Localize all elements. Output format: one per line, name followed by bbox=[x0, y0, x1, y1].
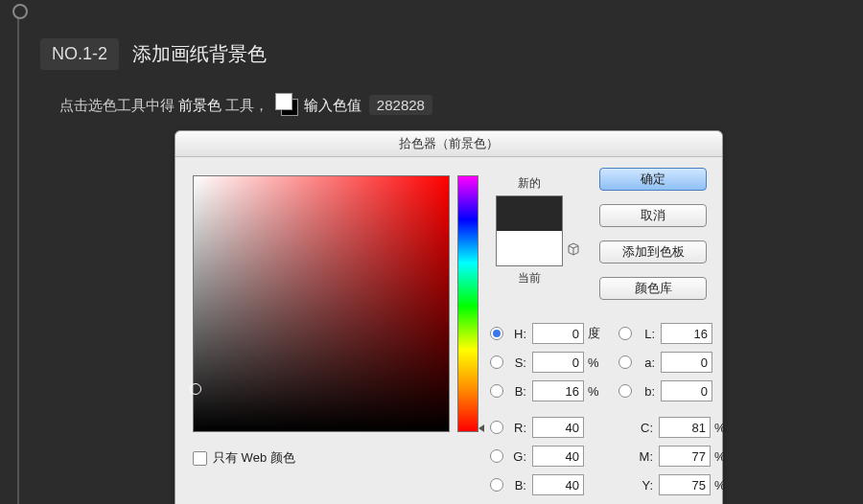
input-g[interactable] bbox=[532, 446, 584, 467]
label-c: C: bbox=[634, 421, 653, 435]
saturation-brightness-field[interactable] bbox=[193, 175, 450, 432]
input-c[interactable] bbox=[659, 417, 711, 438]
web-colors-only-checkbox[interactable]: 只有 Web 颜色 bbox=[193, 449, 295, 467]
hue-slider[interactable] bbox=[457, 175, 478, 432]
label-h: H: bbox=[507, 327, 526, 341]
radio-h[interactable] bbox=[490, 327, 503, 340]
instr-mid: 工具， bbox=[225, 97, 268, 113]
checkbox-icon bbox=[193, 451, 207, 466]
input-b-lab[interactable] bbox=[661, 380, 712, 401]
input-b-hsb[interactable] bbox=[532, 380, 584, 401]
preview-new-swatch bbox=[497, 196, 562, 231]
instruction-text: 点击选色工具中得 前景色 工具， 输入色值 282828 bbox=[59, 93, 853, 116]
input-s[interactable] bbox=[532, 352, 584, 373]
label-r: R: bbox=[507, 421, 526, 435]
web-colors-only-label: 只有 Web 颜色 bbox=[213, 449, 295, 467]
color-picker-title: 拾色器（前景色） bbox=[175, 131, 722, 157]
input-h[interactable] bbox=[532, 323, 584, 344]
instr-hex-value: 282828 bbox=[369, 95, 432, 115]
input-y[interactable] bbox=[659, 474, 711, 495]
cancel-button[interactable]: 取消 bbox=[599, 204, 707, 227]
radio-l[interactable] bbox=[618, 327, 632, 340]
label-b-rgb: B: bbox=[507, 478, 526, 493]
input-b-rgb[interactable] bbox=[532, 474, 584, 495]
cube-icon bbox=[567, 242, 580, 256]
label-s: S: bbox=[507, 355, 526, 370]
preview-new-label: 新的 bbox=[496, 175, 563, 192]
instr-hex-label: 输入色值 bbox=[304, 97, 362, 113]
foreground-background-icon bbox=[275, 93, 298, 116]
input-a[interactable] bbox=[661, 352, 712, 373]
unit-m: % bbox=[714, 449, 735, 464]
unit-y: % bbox=[714, 478, 735, 493]
radio-r[interactable] bbox=[490, 421, 503, 434]
step-content: NO.1-2 添加画纸背景色 点击选色工具中得 前景色 工具， 输入色值 282… bbox=[40, 38, 853, 131]
label-a: a: bbox=[636, 355, 655, 370]
label-l: L: bbox=[636, 327, 655, 341]
input-l[interactable] bbox=[661, 323, 712, 344]
color-preview: 新的 当前 bbox=[496, 175, 563, 286]
add-to-swatches-button[interactable]: 添加到色板 bbox=[599, 241, 707, 263]
unit-c: % bbox=[714, 421, 735, 435]
label-b-lab: b: bbox=[636, 384, 655, 399]
timeline-line bbox=[17, 8, 19, 504]
preview-current-swatch bbox=[497, 231, 562, 265]
preview-current-label: 当前 bbox=[496, 270, 563, 286]
step-title: 添加画纸背景色 bbox=[132, 41, 267, 67]
instr-foreground-tool: 前景色 bbox=[178, 97, 222, 113]
field-cursor-icon bbox=[190, 383, 201, 395]
radio-g[interactable] bbox=[490, 449, 503, 463]
input-m[interactable] bbox=[659, 446, 711, 467]
radio-a[interactable] bbox=[618, 355, 632, 369]
input-r[interactable] bbox=[532, 417, 584, 438]
ok-button[interactable]: 确定 bbox=[599, 168, 707, 191]
timeline-dot-icon bbox=[12, 4, 28, 19]
radio-b-rgb[interactable] bbox=[490, 478, 503, 492]
color-value-fields: H: 度 L: S: % a: B: % b: R: bbox=[490, 319, 745, 499]
radio-b-lab[interactable] bbox=[618, 384, 632, 398]
unit-b-hsb: % bbox=[588, 384, 609, 399]
radio-s[interactable] bbox=[490, 355, 503, 369]
label-m: M: bbox=[634, 449, 653, 464]
label-g: G: bbox=[507, 449, 526, 464]
hue-slider-thumb-icon[interactable] bbox=[478, 424, 484, 432]
step-number-badge: NO.1-2 bbox=[40, 38, 119, 70]
color-libraries-button[interactable]: 颜色库 bbox=[599, 277, 707, 300]
radio-b-hsb[interactable] bbox=[490, 384, 503, 398]
unit-h: 度 bbox=[588, 325, 609, 342]
unit-s: % bbox=[588, 355, 609, 370]
instr-pre: 点击选色工具中得 bbox=[59, 97, 178, 113]
label-b-hsb: B: bbox=[507, 384, 526, 399]
color-picker-window: 拾色器（前景色） 新的 当前 确定 取消 添加到色板 颜色库 H: 度 L: bbox=[175, 130, 723, 504]
label-y: Y: bbox=[634, 478, 653, 493]
